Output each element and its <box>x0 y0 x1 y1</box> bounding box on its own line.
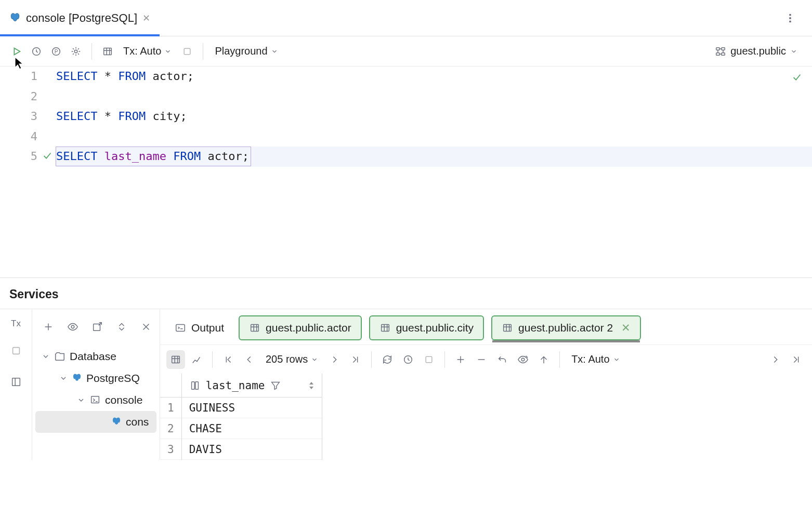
svg-rect-13 <box>722 52 725 55</box>
svg-rect-22 <box>504 325 512 332</box>
layout-icon[interactable] <box>7 373 25 391</box>
remove-row-button[interactable] <box>472 350 491 369</box>
prev-page-button[interactable] <box>240 350 258 369</box>
table-cell[interactable]: DAVIS <box>182 439 322 460</box>
run-button[interactable] <box>7 42 26 61</box>
services-panel-title: Services <box>0 278 812 309</box>
history-icon[interactable] <box>27 42 46 61</box>
add-row-button[interactable] <box>451 350 470 369</box>
svg-rect-28 <box>195 381 199 389</box>
close-all-icon[interactable] <box>137 317 154 336</box>
auto-refresh-button[interactable] <box>399 350 417 369</box>
target-selector[interactable]: Playground <box>209 42 283 61</box>
next-page-button[interactable] <box>325 350 344 369</box>
tree-datasource[interactable]: PostgreSQ <box>32 367 160 389</box>
row-count-button[interactable]: 205 rows <box>260 350 323 369</box>
column-header[interactable]: last_name <box>182 374 322 398</box>
svg-rect-27 <box>191 381 194 389</box>
last-page-button[interactable] <box>346 350 365 369</box>
svg-point-0 <box>790 14 791 15</box>
svg-rect-19 <box>176 325 185 332</box>
result-tx-selector[interactable]: Tx: Auto <box>566 350 625 369</box>
output-tab[interactable]: Output <box>167 317 231 338</box>
svg-rect-21 <box>381 325 389 332</box>
tx-rail-icon[interactable]: Tx <box>11 319 21 329</box>
svg-rect-23 <box>172 356 180 363</box>
svg-point-7 <box>74 50 77 53</box>
svg-point-16 <box>71 325 74 328</box>
svg-marker-30 <box>309 387 313 389</box>
add-button[interactable] <box>40 317 57 336</box>
svg-text:P: P <box>55 48 58 54</box>
svg-marker-3 <box>14 48 20 55</box>
explain-plan-icon[interactable]: P <box>47 42 66 61</box>
gutter: 12345 <box>0 67 56 277</box>
svg-rect-10 <box>716 47 719 50</box>
result-tab[interactable]: guest.public.city <box>369 315 484 340</box>
svg-rect-15 <box>12 378 20 386</box>
tx-mode-selector[interactable]: Tx: Auto <box>118 42 177 61</box>
svg-rect-8 <box>104 48 112 55</box>
postgres-icon <box>9 12 21 24</box>
tree-console-node[interactable]: console <box>32 389 160 411</box>
tab-title: console [PostgreSQL] <box>26 11 137 25</box>
result-next-icon[interactable] <box>766 350 785 369</box>
table-view-button[interactable] <box>166 350 185 369</box>
svg-rect-9 <box>185 48 191 55</box>
stop-query-button[interactable] <box>420 350 438 369</box>
eye-icon[interactable] <box>64 317 81 336</box>
inspection-ok-icon <box>791 72 803 83</box>
table-view-icon[interactable] <box>98 42 117 61</box>
more-icon[interactable] <box>781 9 800 28</box>
svg-point-1 <box>790 17 791 18</box>
stop-button[interactable] <box>178 42 197 61</box>
tree-database[interactable]: Database <box>32 346 160 367</box>
svg-rect-18 <box>91 396 99 403</box>
table-cell[interactable]: CHASE <box>182 418 322 439</box>
result-tab[interactable]: guest.public.actor 2✕ <box>491 315 641 340</box>
result-last-icon[interactable] <box>787 350 806 369</box>
sql-editor[interactable]: 12345 SELECT * FROM actor;SELECT * FROM … <box>0 67 812 277</box>
svg-point-26 <box>521 358 525 361</box>
preview-changes-button[interactable] <box>514 350 532 369</box>
first-page-button[interactable] <box>219 350 238 369</box>
submit-button[interactable] <box>534 350 553 369</box>
table-cell[interactable]: GUINESS <box>182 398 322 418</box>
svg-marker-29 <box>309 382 313 385</box>
chart-view-button[interactable] <box>187 350 206 369</box>
editor-tab[interactable]: console [PostgreSQL] ✕ <box>0 0 160 36</box>
new-tab-icon[interactable] <box>88 317 106 336</box>
svg-rect-25 <box>426 356 432 363</box>
schema-selector[interactable]: guest.public <box>708 45 805 57</box>
svg-rect-12 <box>716 52 719 55</box>
svg-point-2 <box>790 21 791 22</box>
stop-square-icon[interactable] <box>7 341 25 360</box>
refresh-button[interactable] <box>378 350 397 369</box>
gear-icon[interactable] <box>67 42 85 61</box>
svg-rect-20 <box>251 325 259 332</box>
revert-button[interactable] <box>493 350 512 369</box>
tree-console-selected[interactable]: cons <box>35 411 156 433</box>
close-icon[interactable]: ✕ <box>142 12 150 24</box>
expand-icon[interactable] <box>113 317 130 336</box>
svg-rect-14 <box>12 348 19 354</box>
svg-rect-11 <box>722 47 725 50</box>
result-tab[interactable]: guest.public.actor <box>239 315 362 340</box>
